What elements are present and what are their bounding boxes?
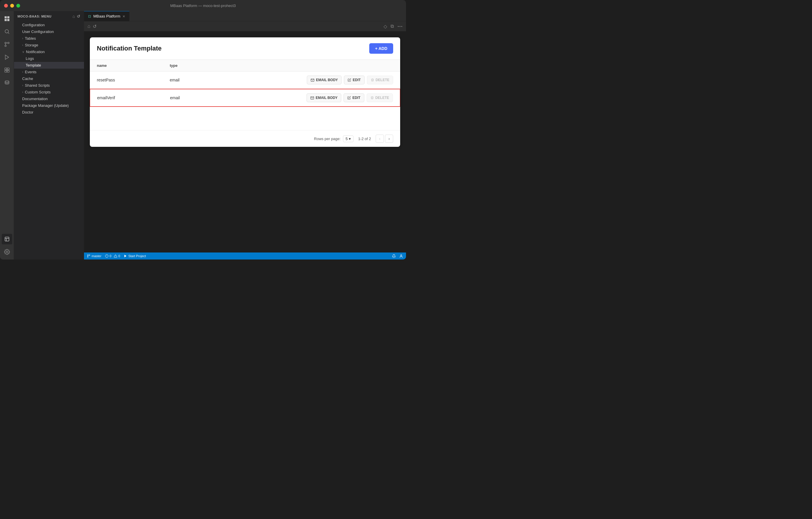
sidebar-item-logs[interactable]: Logs xyxy=(14,55,84,62)
sidebar-item-label: Tables xyxy=(25,36,36,40)
sidebar-item-label: User Configuration xyxy=(22,29,54,34)
svg-rect-9 xyxy=(7,68,9,70)
window-title: MBaas Platform — moco-test-prohect3 xyxy=(170,3,236,8)
branch-name: master xyxy=(92,254,102,258)
errors-count[interactable]: 0 0 xyxy=(105,254,120,258)
refresh-icon[interactable]: ↺ xyxy=(93,24,96,29)
edit-button-1[interactable]: EDIT xyxy=(344,76,364,84)
cell-name: emailVerif xyxy=(97,95,170,100)
tab-bar: ⊡ MBaas Platform × xyxy=(84,11,406,21)
activity-bar-bottom xyxy=(2,234,12,257)
table-footer: Rows per page: 5 ▾ 1-2 of 2 ‹ › xyxy=(90,130,400,147)
sidebar-item-storage[interactable]: › Storage xyxy=(14,42,84,49)
notifications-icon[interactable] xyxy=(392,254,396,258)
sidebar-item-configuration[interactable]: Configuration xyxy=(14,22,84,28)
delete-button-2[interactable]: DELETE xyxy=(367,93,393,102)
home-icon[interactable]: ⌂ xyxy=(87,24,90,29)
chevron-right-icon: › xyxy=(22,90,23,94)
svg-point-30 xyxy=(401,254,402,256)
svg-rect-10 xyxy=(5,70,7,73)
svg-point-2 xyxy=(5,42,6,44)
sidebar-item-tables[interactable]: › Tables xyxy=(14,35,84,42)
sidebar-item-notification[interactable]: ∨ Notification xyxy=(14,49,84,55)
sidebar-item-label: Documentation xyxy=(22,97,48,101)
extensions-icon[interactable] xyxy=(2,65,12,75)
row-actions: EMAIL BODY EDIT DELETE xyxy=(243,76,393,84)
sidebar-item-label: Notification xyxy=(26,50,45,54)
pagination-nav: ‹ › xyxy=(376,135,393,143)
maximize-button[interactable] xyxy=(16,4,20,7)
database-icon[interactable] xyxy=(2,78,12,88)
chevron-down-icon: ∨ xyxy=(22,50,24,53)
rows-per-page-label: Rows per page: xyxy=(314,137,341,141)
warnings-value: 0 xyxy=(118,254,120,258)
settings-icon[interactable] xyxy=(2,247,12,257)
explorer-icon[interactable] xyxy=(2,13,12,24)
pagination-info: 1-2 of 2 xyxy=(358,137,371,141)
sidebar-item-label: Events xyxy=(25,70,36,74)
refresh-icon[interactable]: ↺ xyxy=(77,14,81,19)
svg-point-4 xyxy=(7,42,9,44)
sidebar-item-template[interactable]: Template xyxy=(14,62,84,69)
sidebar-item-documentation[interactable]: Documentation xyxy=(14,95,84,102)
start-project-button[interactable]: Start Project xyxy=(124,254,146,258)
svg-point-16 xyxy=(6,251,7,253)
tab-close-button[interactable]: × xyxy=(122,14,125,19)
sidebar-item-doctor[interactable]: Doctor xyxy=(14,109,84,116)
sidebar-item-cache[interactable]: Cache xyxy=(14,75,84,82)
sidebar-item-label: Package Manager (Update) xyxy=(22,103,69,108)
table-header: name type xyxy=(90,60,400,72)
sidebar-title: MOCO-BAAS: MENU xyxy=(18,15,51,18)
cell-name: resetPass xyxy=(97,78,170,82)
git-branch[interactable]: master xyxy=(87,254,102,258)
add-button[interactable]: + ADD xyxy=(369,43,393,54)
sidebar-item-label: Shared Scripts xyxy=(25,83,50,88)
active-panel-icon[interactable] xyxy=(2,234,12,244)
sidebar-item-label: Custom Scripts xyxy=(25,90,51,94)
errors-value: 0 xyxy=(110,254,111,258)
sidebar-item-events[interactable]: › Events xyxy=(14,69,84,75)
title-bar: MBaas Platform — moco-test-prohect3 xyxy=(0,0,406,11)
search-icon[interactable] xyxy=(2,26,12,37)
breadcrumb-icon[interactable]: ◇ xyxy=(383,24,387,29)
status-bar-left: master 0 0 Start Project xyxy=(87,254,146,258)
more-options-icon[interactable]: ⋯ xyxy=(397,23,403,29)
traffic-lights xyxy=(0,4,20,7)
sidebar-item-label: Storage xyxy=(25,43,38,47)
source-control-icon[interactable] xyxy=(2,39,12,50)
app-body: MOCO-BAAS: MENU ⌂ ↺ Configuration User C… xyxy=(0,11,406,260)
table-row: resetPass email EMAIL BODY EDIT xyxy=(90,72,400,89)
account-icon[interactable] xyxy=(399,254,403,258)
edit-button-2[interactable]: EDIT xyxy=(344,93,364,102)
home-icon[interactable]: ⌂ xyxy=(72,14,75,19)
editor-area: Notification Template + ADD name type re… xyxy=(84,31,406,252)
minimize-button[interactable] xyxy=(10,4,14,7)
main-area: ⊡ MBaas Platform × ⌂ ↺ ◇ ⧉ ⋯ Noti xyxy=(84,11,406,260)
tab-mbaas-platform[interactable]: ⊡ MBaas Platform × xyxy=(84,11,129,21)
email-body-button-2[interactable]: EMAIL BODY xyxy=(307,93,341,102)
delete-button-1[interactable]: DELETE xyxy=(367,76,393,84)
svg-rect-13 xyxy=(5,237,9,241)
svg-rect-8 xyxy=(5,68,7,70)
rows-per-page-select[interactable]: 5 ▾ xyxy=(343,135,353,142)
sidebar-item-custom-scripts[interactable]: › Custom Scripts xyxy=(14,89,84,95)
svg-marker-29 xyxy=(124,255,126,257)
email-body-button-1[interactable]: EMAIL BODY xyxy=(307,76,342,84)
sidebar-item-package-manager[interactable]: Package Manager (Update) xyxy=(14,102,84,109)
sidebar-item-shared-scripts[interactable]: › Shared Scripts xyxy=(14,82,84,89)
sidebar-item-user-configuration[interactable]: User Configuration xyxy=(14,28,84,35)
run-icon[interactable] xyxy=(2,52,12,62)
tab-label: MBaas Platform xyxy=(93,14,120,18)
rows-per-page: Rows per page: 5 ▾ xyxy=(314,135,353,142)
chevron-down-icon: ▾ xyxy=(349,137,351,141)
cell-type: email xyxy=(170,78,243,82)
next-page-button[interactable]: › xyxy=(385,135,393,143)
status-bar-right xyxy=(392,254,403,258)
close-button[interactable] xyxy=(4,4,8,7)
svg-point-3 xyxy=(5,45,6,47)
svg-rect-11 xyxy=(7,70,9,73)
svg-point-19 xyxy=(87,255,88,256)
prev-page-button[interactable]: ‹ xyxy=(376,135,384,143)
split-editor-icon[interactable]: ⧉ xyxy=(390,24,394,29)
col-header-type: type xyxy=(170,63,243,68)
